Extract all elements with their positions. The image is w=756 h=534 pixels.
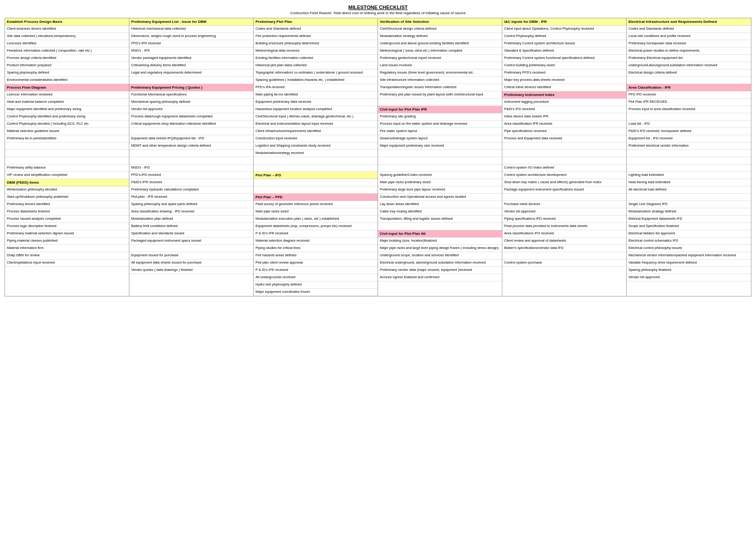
list-item: [378, 99, 502, 106]
list-item: Plot plan client review approval: [254, 259, 378, 267]
list-item: [5, 143, 129, 150]
list-item: Main pipe racks preliminary sized: [378, 179, 502, 186]
list-item: Material selection guideline issued: [5, 128, 129, 135]
list-item: Control system purchase: [502, 259, 626, 267]
list-item: Cable tray routing identified: [378, 208, 502, 216]
list-item: Building enclosure philosophy determined: [254, 40, 378, 48]
list-item: Major pipe racks and large bore piping d…: [378, 245, 502, 252]
list-item: Feedstock information collected ( compos…: [5, 48, 129, 55]
list-item: Fire water system layout: [378, 128, 502, 135]
list-item: Piping material classes published: [5, 238, 129, 245]
list-item: [502, 157, 626, 164]
list-item: Major key process data sheets received: [502, 77, 626, 84]
list-item: Area classification drawing - IFD receiv…: [129, 208, 253, 216]
list-item: [627, 194, 751, 201]
list-item: Control Phylosophy identified and prelim…: [5, 113, 129, 121]
list-item: Electrical control schematics IFD: [627, 238, 751, 245]
list-item: Transportation/logistic issues informati…: [378, 84, 502, 91]
list-item: Sewers/drainage system layout: [378, 135, 502, 143]
list-item: Civil/Structural input ( ditches,roads, …: [254, 113, 378, 121]
section-header-3-0: Verification of Site Selection: [378, 18, 502, 26]
list-item: Historical mechanical data collected: [129, 26, 253, 33]
list-item: Plot-plan - IFR received: [129, 194, 253, 201]
list-item: Winterization philosophy decided: [5, 186, 129, 194]
list-item: Preliminary Control system functional sp…: [502, 55, 626, 62]
list-item: Fire hazards areas defined: [254, 252, 378, 259]
list-item: Codes and Standards defined: [627, 26, 751, 33]
list-item: Equipment issued for purchase: [129, 252, 253, 259]
list-item: Standard & Specification defined: [502, 48, 626, 55]
list-item: Control building preliminary sized: [502, 62, 626, 69]
list-item: Equipment datasheets (esp, compressors, …: [254, 223, 378, 230]
section-header-1-0: Preliminary Equipment List - Issue for D…: [129, 18, 253, 26]
list-item: [378, 223, 502, 230]
list-item: All equipment data sheets issued for pur…: [129, 259, 253, 267]
list-item: Piping studies for critical lines: [254, 245, 378, 252]
list-item: P&ID's IFR received: [129, 179, 253, 186]
section-header-3-1: Civil input for Plot Plan IFR: [378, 106, 502, 113]
list-item: Preliminart electrical vendor informatio…: [627, 143, 751, 150]
list-item: Vendor packaged equipments identified: [129, 55, 253, 62]
list-item: All undergrounds received: [254, 274, 378, 281]
list-item: Final process data provided to instrumen…: [502, 223, 626, 230]
list-item: PFD's IFA received: [254, 84, 378, 91]
list-item: Battery limit conditions defined: [129, 223, 253, 230]
list-item: [378, 164, 502, 172]
list-item: [378, 150, 502, 157]
list-item: PFD's-IFD received: [129, 172, 253, 179]
section-header-2-2: Plot Plan – PFD: [254, 194, 378, 201]
list-item: Process data/rough equipment datasheets …: [129, 113, 253, 121]
list-item: Electrical and instrumentation layout in…: [254, 121, 378, 128]
list-item: Main pipe racks sized: [254, 208, 378, 216]
list-item: Mechanical vendor information/packed equ…: [627, 252, 751, 259]
section-header-0-0: Establish Process Design Basis: [5, 18, 129, 26]
list-item: P & ID's IFR received: [254, 230, 378, 238]
list-item: Instrument tagging procedure: [502, 99, 626, 106]
list-item: Sparing philosophy finalized: [627, 267, 751, 274]
list-item: Material information firm: [5, 245, 129, 252]
list-item: Control Phylosophy defined: [502, 33, 626, 40]
list-item: P & ID's IFD received: [254, 267, 378, 274]
list-item: Vendor list approved: [129, 106, 253, 113]
list-item: Hydro test phylosophy defined: [254, 281, 378, 289]
list-item: Preliminary material selection digram is…: [5, 230, 129, 238]
list-item: Preliminary utility balance: [5, 164, 129, 172]
list-item: Sparing philosophy and spare parts defin…: [129, 201, 253, 208]
list-item: Preliminery Electrical equipment list: [627, 55, 751, 62]
list-item: PFD's IFR received: [129, 40, 253, 48]
list-item: Critical/long delivery items identified: [129, 62, 253, 69]
list-item: Preliminary drivers identified: [5, 201, 129, 208]
section-header-0-1: Process Flow Diagram: [5, 84, 129, 91]
page-subtitle: Contruction Field Rework: Total direct c…: [5, 11, 751, 15]
list-item: Local site conditions and profile receiv…: [627, 33, 751, 40]
list-item: Modularizationstrategy received: [254, 150, 378, 157]
list-item: Main piping tie-ins identified: [254, 91, 378, 99]
list-item: Client review and approval of datasheets: [502, 238, 626, 245]
list-item: MSD's - IFD: [129, 164, 253, 172]
section-header-4-0: I&C Inputs for DBM - IFR: [502, 18, 626, 26]
list-item: Preliminary large bore pipe layour recei…: [378, 186, 502, 194]
list-item: Vendor list approved: [627, 274, 751, 281]
list-item: [627, 77, 751, 84]
list-item: All electrical load defined: [627, 186, 751, 194]
list-item: Heat and material balance completed: [5, 99, 129, 106]
list-item: Electrical underground, abone/ground sub…: [378, 259, 502, 267]
list-item: Area classifications IFD received: [502, 230, 626, 238]
list-item: Site infrastructure information collecte…: [378, 77, 502, 84]
list-item: Functional Mechanical specifications: [129, 91, 253, 99]
list-item: Pipe specifications received: [502, 128, 626, 135]
list-item: Access/ egress finalized and confirmed: [378, 274, 502, 281]
list-item: Fire protection requirements defined: [254, 33, 378, 40]
list-item: Lay down areas identified: [378, 201, 502, 208]
list-item: Single Line Diagrams IFD: [627, 201, 751, 208]
list-item: Modularization plan defined: [129, 216, 253, 223]
list-item: Control system I/O Index defined: [502, 164, 626, 172]
list-item: Process datasheets finished: [5, 208, 129, 216]
list-item: Site data collected ( elecations,tempera…: [5, 33, 129, 40]
list-item: Preliminary PFD's received: [502, 69, 626, 77]
list-item: [502, 150, 626, 157]
section-header-5-1: Area Classification - IFR: [627, 84, 751, 91]
list-item: Client input about Opetations, Control P…: [502, 26, 626, 33]
list-item: Preliminary geotechnical report received: [378, 55, 502, 62]
list-item: Transportation, lifting and logistic iss…: [378, 216, 502, 223]
